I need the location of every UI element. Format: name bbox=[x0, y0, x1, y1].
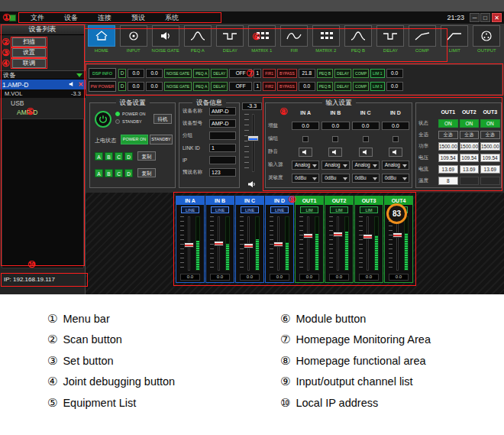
peq-chip[interactable]: PEQ B bbox=[317, 82, 333, 91]
menu-preset[interactable]: 预设 bbox=[121, 13, 155, 23]
group-a-button[interactable]: A bbox=[95, 169, 103, 177]
line-chip[interactable]: LINE bbox=[211, 206, 229, 213]
power-button[interactable] bbox=[95, 111, 111, 128]
device-item-amp-d[interactable]: 1.AMP-D ✕ bbox=[0, 80, 86, 89]
fader-track[interactable] bbox=[337, 216, 339, 271]
status-on-out2[interactable]: ON bbox=[460, 119, 480, 128]
module-comp[interactable]: COMP bbox=[406, 25, 438, 53]
master-mute-button[interactable] bbox=[247, 177, 257, 191]
fir-chip[interactable]: FIR2 bbox=[263, 82, 276, 91]
comp-chip[interactable]: COMP bbox=[353, 69, 369, 78]
module-delay-1[interactable]: DELAY bbox=[214, 25, 246, 53]
group-d-button[interactable]: D bbox=[124, 169, 133, 177]
line-chip[interactable]: LINE bbox=[181, 206, 199, 213]
module-home[interactable]: HOME bbox=[86, 25, 118, 53]
preset-name-field[interactable]: 123 bbox=[209, 168, 236, 177]
channel-strip-out1[interactable]: OUT1 LIM 0.0 bbox=[295, 196, 324, 283]
delay-chip[interactable]: DELAY bbox=[334, 69, 351, 78]
bypass-chip[interactable]: BYPASS bbox=[277, 82, 297, 91]
ip-field[interactable] bbox=[209, 156, 236, 164]
group-field[interactable] bbox=[209, 131, 236, 140]
device-model-field[interactable]: AMP-D bbox=[209, 119, 236, 128]
fader-track[interactable] bbox=[396, 216, 399, 271]
select-all-out3[interactable]: 全选 bbox=[480, 131, 500, 139]
set-button[interactable]: 设置 bbox=[12, 48, 46, 57]
fader-track[interactable] bbox=[307, 216, 309, 271]
sensitivity-select-in-a[interactable]: 0dBu bbox=[292, 174, 319, 183]
noise-gate-chip[interactable]: NOISE GATE bbox=[164, 69, 192, 78]
copy-button[interactable]: 复制 bbox=[137, 151, 156, 161]
source-select-in-c[interactable]: Analog bbox=[352, 161, 380, 170]
fader-thumb[interactable] bbox=[273, 242, 283, 247]
channel-strip-out2[interactable]: OUT2 LIM 0.0 bbox=[325, 196, 354, 283]
mute-button-in-c[interactable] bbox=[359, 148, 373, 157]
fader-thumb[interactable] bbox=[244, 243, 254, 248]
source-select-in-b[interactable]: Analog bbox=[321, 161, 349, 170]
maximize-button[interactable]: □ bbox=[480, 13, 490, 22]
peq-chip[interactable]: PEQ A bbox=[193, 69, 209, 78]
fader-track[interactable] bbox=[252, 114, 254, 172]
limit-chip[interactable]: LIM bbox=[300, 206, 318, 213]
mute-button-in-a[interactable] bbox=[299, 148, 312, 157]
channel-strip-out3[interactable]: OUT3 LIM 0.0 bbox=[354, 196, 383, 283]
delay-chip[interactable]: DELAY bbox=[211, 82, 228, 91]
gain-in-c[interactable]: 0.0 bbox=[352, 122, 380, 130]
standby-button[interactable]: 待机 bbox=[153, 114, 172, 124]
module-peq-b[interactable]: PEQ B bbox=[342, 25, 374, 53]
channel-strip-in-b[interactable]: IN B LINE 0.0 bbox=[205, 196, 234, 283]
boot-power-on-button[interactable]: POWER ON bbox=[121, 135, 148, 144]
device-name-field[interactable]: AMP-D bbox=[209, 107, 236, 115]
group-c-button[interactable]: C bbox=[115, 152, 123, 161]
channel-strip-in-d[interactable]: IN D LINE 0.0 bbox=[265, 196, 294, 283]
select-all-out1[interactable]: 全选 bbox=[438, 131, 458, 139]
source-select-in-a[interactable]: Analog bbox=[292, 161, 319, 170]
menu-system[interactable]: 系统 bbox=[155, 13, 189, 23]
menu-file[interactable]: 文件 bbox=[21, 13, 54, 23]
sensitivity-select-in-d[interactable]: 0dBu bbox=[382, 174, 409, 183]
line-chip[interactable]: LINE bbox=[241, 206, 259, 213]
fader-thumb[interactable] bbox=[333, 232, 343, 237]
device-child-amp-d[interactable]: AMP-D bbox=[17, 109, 37, 116]
close-icon[interactable]: ✕ bbox=[78, 81, 83, 88]
delay-chip[interactable]: DELAY bbox=[211, 69, 228, 78]
mute-button-in-d[interactable] bbox=[389, 148, 402, 157]
group-b-button[interactable]: B bbox=[105, 152, 113, 161]
module-matrix-2[interactable]: MATRIX 2 bbox=[310, 25, 342, 53]
radio-power-on[interactable]: POWER ON bbox=[115, 112, 146, 116]
copy-button[interactable]: 复制 bbox=[137, 168, 156, 177]
peq-chip[interactable]: PEQ B bbox=[317, 69, 333, 78]
comp-chip[interactable]: COMP bbox=[353, 82, 369, 91]
boot-standby-button[interactable]: STANDBY bbox=[150, 135, 173, 144]
joint-debug-button[interactable]: 联调 bbox=[12, 59, 46, 68]
device-tree-header[interactable]: 设备 bbox=[0, 70, 86, 80]
close-button[interactable]: ✕ bbox=[492, 13, 502, 22]
limit-chip[interactable]: LIM bbox=[330, 206, 348, 213]
channel-strip-in-c[interactable]: IN C LINE 0.0 bbox=[235, 196, 264, 283]
sensitivity-select-in-b[interactable]: 0dBu bbox=[321, 174, 349, 183]
fader-thumb[interactable] bbox=[303, 233, 313, 239]
gain-in-a[interactable]: 0.0 bbox=[292, 122, 319, 130]
status-on-out1[interactable]: ON bbox=[438, 119, 458, 128]
module-limit[interactable]: LIMIT bbox=[438, 25, 470, 53]
select-all-out2[interactable]: 全选 bbox=[460, 131, 480, 139]
matrix-select[interactable]: OFF bbox=[229, 69, 252, 78]
fader-thumb[interactable] bbox=[393, 232, 402, 238]
module-peq-a[interactable]: PEQ A bbox=[182, 25, 214, 53]
menu-connect[interactable]: 连接 bbox=[88, 13, 121, 23]
fader-thumb[interactable] bbox=[214, 241, 224, 246]
minimize-button[interactable]: ─ bbox=[470, 13, 480, 22]
group-b-button[interactable]: B bbox=[105, 169, 113, 177]
status-on-out3[interactable]: ON bbox=[480, 119, 500, 128]
channel-strip-in-a[interactable]: IN A LINE 0.0 bbox=[176, 196, 205, 283]
gain-in-d[interactable]: 0.0 bbox=[382, 122, 409, 130]
group-a-button[interactable]: A bbox=[95, 152, 103, 161]
group-c-button[interactable]: C bbox=[115, 169, 123, 177]
module-input[interactable]: INPUT bbox=[118, 25, 150, 53]
delay-chip[interactable]: DELAY bbox=[334, 82, 351, 91]
bypass-chip[interactable]: BYPASS bbox=[277, 69, 297, 78]
power-info-button[interactable]: PW POWER bbox=[89, 81, 116, 92]
limit-chip[interactable]: LIM bbox=[360, 206, 378, 213]
module-noise-gate[interactable]: NOISE GATE bbox=[150, 25, 182, 53]
group-checkbox-in-a[interactable] bbox=[302, 136, 309, 142]
gain-in-b[interactable]: 0.0 bbox=[321, 122, 349, 130]
